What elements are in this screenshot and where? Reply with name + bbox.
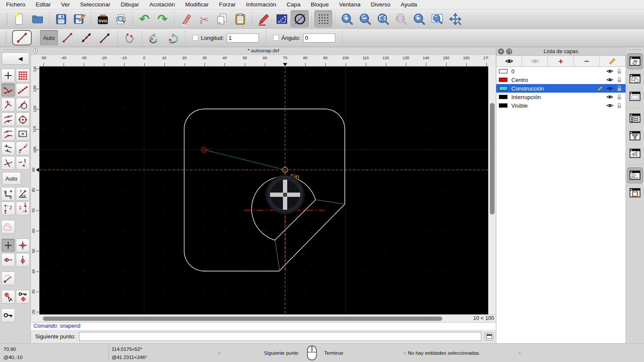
snap-intersection-button[interactable] — [1, 156, 15, 170]
menu-forzar[interactable]: Forzar — [219, 1, 236, 8]
redo-segment-button[interactable] — [164, 30, 182, 45]
dock-clipboard-button[interactable] — [627, 185, 643, 201]
line-auto-button[interactable]: Auto — [40, 30, 58, 45]
snap-center-button[interactable] — [1, 98, 15, 112]
add-layer-button[interactable]: + — [548, 56, 574, 66]
layer-visibility-icon[interactable] — [605, 86, 614, 91]
paste-button[interactable] — [231, 10, 249, 27]
menu-ver[interactable]: Ver — [61, 1, 70, 8]
remove-layer-button[interactable]: − — [574, 56, 600, 66]
angulo-input[interactable] — [303, 33, 335, 42]
layer-visibility-icon[interactable] — [605, 69, 614, 74]
menu-capa[interactable]: Capa — [287, 1, 301, 8]
layer-row-centro[interactable]: Centro — [496, 75, 626, 84]
snap-endpoint-button[interactable] — [1, 83, 15, 97]
layer-visibility-icon[interactable] — [605, 77, 614, 82]
layer-visibility-icon[interactable] — [605, 103, 614, 108]
save-button[interactable] — [52, 10, 70, 27]
restrict-horizontal-button[interactable] — [1, 253, 15, 267]
edit-layer-button[interactable] — [600, 56, 626, 66]
set-relative-zero-button[interactable] — [1, 290, 15, 304]
command-options-button[interactable] — [485, 333, 493, 341]
layer-lock-icon[interactable] — [614, 85, 624, 91]
undo-button[interactable]: ↶ — [135, 10, 153, 27]
hide-all-layers-button[interactable] — [522, 56, 548, 66]
grid-toggle-button[interactable] — [314, 10, 332, 27]
snap-on-entity-button[interactable] — [16, 83, 30, 97]
drawing-canvas[interactable]: Fin — [39, 66, 488, 314]
polyline-close-button[interactable] — [120, 30, 139, 45]
coordinate-polar-button[interactable]: ra — [16, 187, 30, 201]
zoom-selected-button[interactable] — [392, 10, 410, 27]
delete-entities-button[interactable] — [177, 10, 195, 27]
menu-acotacion[interactable]: Acotación — [149, 1, 175, 8]
layer-lock-icon[interactable] — [614, 68, 624, 74]
print-preview-button[interactable] — [112, 10, 130, 27]
snap-toolbar-handle[interactable] — [3, 48, 28, 51]
menu-editar[interactable]: Editar — [36, 1, 51, 8]
lock-relative-zero-button[interactable] — [16, 290, 30, 304]
layer-lock-icon[interactable] — [614, 103, 624, 109]
zoom-auto-button[interactable] — [374, 10, 392, 27]
menu-informacion[interactable]: Información — [246, 1, 276, 8]
undo-segment-button[interactable] — [145, 30, 164, 45]
snap-orthogonal-button[interactable] — [1, 142, 15, 155]
snap-auto-button[interactable]: Auto — [2, 172, 21, 185]
snap-quadrant-button[interactable] — [16, 112, 30, 126]
snap-back-button[interactable]: ◀ — [2, 52, 29, 65]
layer-lock-icon[interactable] — [614, 94, 624, 100]
vertical-scrollbar[interactable] — [488, 66, 496, 314]
redo-button[interactable]: ↷ — [153, 10, 171, 27]
menu-bloque[interactable]: Bloque — [311, 1, 329, 8]
dock-block-list-button[interactable] — [627, 71, 643, 87]
layer-row-construccion[interactable]: Construcción — [496, 84, 626, 93]
layer-edit-icon[interactable] — [595, 85, 605, 91]
snap-free-button[interactable] — [1, 69, 15, 82]
vertical-scrollbar-thumb[interactable] — [490, 103, 495, 214]
layer-row-interrupcion[interactable]: Interrupción — [496, 93, 626, 101]
longitud-input[interactable] — [227, 33, 259, 42]
new-document-button[interactable] — [10, 10, 28, 27]
layer-visibility-icon[interactable] — [605, 94, 614, 100]
restrict-orthogonal-button[interactable] — [16, 238, 30, 252]
dock-entity-list-button[interactable] — [627, 110, 643, 127]
dock-announce-button[interactable] — [627, 145, 643, 162]
show-all-layers-button[interactable] — [496, 56, 522, 66]
snap-nearest-button[interactable] — [1, 127, 15, 141]
document-titlebar[interactable]: * autosnap.dxf — [31, 47, 496, 55]
restrict-vertical-button[interactable] — [16, 253, 30, 267]
longitud-checkbox[interactable] — [192, 35, 198, 41]
menu-modificar[interactable]: Modificar — [185, 1, 209, 8]
save-as-button[interactable] — [70, 10, 88, 27]
toolbar-drag-handle[interactable] — [5, 12, 9, 25]
horizontal-scrollbar[interactable]: 10 < 100 — [31, 314, 496, 322]
export-svg-button[interactable]: SVG — [94, 10, 112, 27]
line-two-points-button[interactable] — [58, 30, 77, 45]
open-file-button[interactable] — [28, 10, 46, 27]
menu-ayuda[interactable]: Ayuda — [401, 1, 417, 8]
dock-library-browser-button[interactable] — [627, 88, 643, 105]
menu-ventana[interactable]: Ventana — [339, 1, 361, 8]
ortho-mode-button[interactable] — [273, 10, 291, 27]
line-ray-button[interactable] — [96, 30, 115, 45]
zoom-in-button[interactable] — [338, 10, 356, 27]
construction-mode-button[interactable] — [291, 10, 309, 27]
restrict-free-button[interactable] — [1, 238, 15, 252]
line-bidirectional-button[interactable] — [77, 30, 96, 45]
zoom-window-button[interactable] — [428, 10, 446, 27]
order-points-b-button[interactable]: 12 — [16, 202, 30, 215]
copy-button[interactable]: + — [213, 10, 231, 27]
snap-distance-button[interactable]: 12 — [16, 142, 30, 155]
layer-row-visible[interactable]: Visible — [496, 101, 626, 110]
zoom-out-button[interactable] — [356, 10, 374, 27]
coordinate-cartesian-button[interactable]: yx — [1, 187, 15, 201]
draw-pen-button[interactable] — [255, 10, 273, 27]
zoom-pan-button[interactable] — [446, 10, 464, 27]
angulo-checkbox[interactable] — [273, 35, 279, 41]
zoom-previous-button[interactable] — [410, 10, 428, 27]
menu-dibujar[interactable]: Dibujar — [121, 1, 139, 8]
snap-grid-button[interactable] — [16, 69, 30, 82]
toolbar-drag-handle[interactable] — [4, 31, 8, 44]
current-tool-line-button[interactable] — [12, 30, 32, 45]
dock-handle[interactable] — [629, 48, 641, 51]
